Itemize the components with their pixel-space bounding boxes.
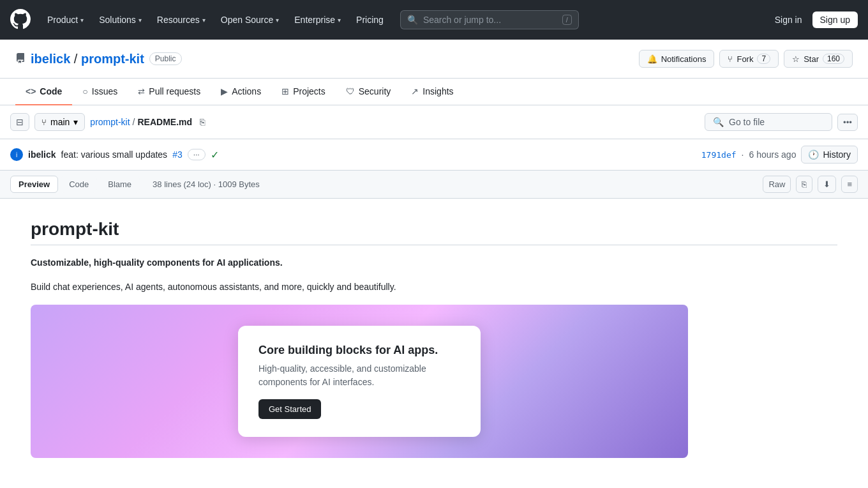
chevron-down-icon: ▾	[276, 17, 279, 24]
history-button[interactable]: 🕐 History	[801, 146, 858, 164]
chevron-down-icon: ▾	[138, 17, 142, 24]
file-view-tabs: Preview Code Blame	[10, 176, 140, 193]
ellipsis-icon: •••	[843, 118, 852, 127]
copy-icon: ⎘	[802, 179, 807, 189]
go-to-file-button[interactable]: 🔍 Go to file	[705, 113, 832, 131]
pr-link[interactable]: #3	[172, 149, 183, 160]
chevron-down-icon: ▾	[80, 17, 84, 24]
file-header-bar: ⊟ ⑂ main ▾ prompt-kit / README.md ⎘ 🔍 Go…	[0, 105, 868, 139]
avatar: i	[10, 148, 23, 161]
visibility-badge: Public	[149, 52, 182, 65]
readme-description-bold: Customizable, high-quality components fo…	[31, 255, 837, 270]
table-icon: ⊞	[281, 86, 289, 96]
branch-icon: ⑂	[41, 118, 47, 127]
chevron-down-icon: ▾	[73, 117, 78, 127]
star-button[interactable]: ☆ Star 160	[784, 50, 853, 68]
tab-code[interactable]: <> Code	[15, 79, 72, 105]
nav-resources[interactable]: Resources ▾	[151, 10, 212, 30]
nav-right: Sign in Sign up	[770, 11, 858, 28]
repo-path-link[interactable]: prompt-kit	[90, 117, 130, 127]
commit-time: ·	[742, 149, 744, 160]
nav-open-source[interactable]: Open Source ▾	[214, 10, 286, 30]
code-icon: <>	[26, 86, 36, 96]
nav-items: Product ▾ Solutions ▾ Resources ▾ Open S…	[41, 10, 390, 30]
sign-up-button[interactable]: Sign up	[812, 11, 858, 28]
github-logo[interactable]	[10, 9, 31, 31]
file-header-right: 🔍 Go to file •••	[705, 113, 858, 131]
notifications-button[interactable]: 🔔 Notifications	[639, 50, 715, 68]
nav-solutions[interactable]: Solutions ▾	[93, 10, 148, 30]
tab-actions[interactable]: ▶ Actions	[211, 79, 271, 105]
top-navigation: Product ▾ Solutions ▾ Resources ▾ Open S…	[0, 0, 868, 40]
fork-button[interactable]: ⑂ Fork 7	[719, 50, 779, 68]
get-started-button[interactable]: Get Started	[258, 399, 321, 419]
readme-hero-image: Core building blocks for AI apps. High-q…	[31, 305, 688, 458]
commit-author[interactable]: ibelick	[28, 149, 56, 160]
nav-product[interactable]: Product ▾	[41, 10, 90, 30]
commit-message: feat: various small updates	[61, 149, 168, 160]
tab-code-view[interactable]: Code	[61, 176, 97, 193]
fork-count: 7	[757, 54, 770, 64]
tab-blame[interactable]: Blame	[100, 176, 140, 193]
copy-icon: ⎘	[200, 117, 205, 127]
tab-preview[interactable]: Preview	[10, 176, 58, 193]
branch-selector[interactable]: ⑂ main ▾	[34, 113, 85, 131]
readme-content: prompt-kit Customizable, high-quality co…	[0, 199, 868, 478]
sign-in-link[interactable]: Sign in	[770, 11, 807, 28]
repo-header: ibelick / prompt-kit Public 🔔 Notificati…	[0, 40, 868, 79]
wrap-button[interactable]: ≡	[841, 176, 858, 193]
commit-time-ago: 6 hours ago	[749, 149, 796, 160]
repo-title: ibelick / prompt-kit Public	[15, 52, 182, 66]
sidebar-toggle-button[interactable]: ⊟	[10, 113, 29, 131]
wrap-icon: ≡	[847, 179, 852, 189]
chevron-down-icon: ▾	[202, 17, 206, 24]
raw-button[interactable]: Raw	[763, 176, 791, 193]
search-icon: 🔍	[407, 15, 418, 25]
tab-security[interactable]: 🛡 Security	[336, 79, 401, 105]
search-input[interactable]	[423, 15, 557, 25]
file-name: README.md	[137, 117, 192, 127]
download-button[interactable]: ⬇	[818, 176, 836, 193]
download-icon: ⬇	[823, 179, 830, 189]
play-icon: ▶	[221, 86, 228, 96]
file-actions: Raw ⎘ ⬇ ≡	[763, 176, 858, 193]
copy-file-button[interactable]: ⎘	[796, 176, 812, 193]
tab-projects[interactable]: ⊞ Projects	[271, 79, 336, 105]
bell-icon: 🔔	[647, 54, 657, 64]
card-title: Core building blocks for AI apps.	[258, 344, 460, 357]
repo-icon	[15, 53, 26, 65]
repo-tabs: <> Code ○ Issues ⇄ Pull requests ▶ Actio…	[0, 79, 868, 105]
fork-icon: ⑂	[728, 54, 733, 64]
readme-card: Core building blocks for AI apps. High-q…	[238, 326, 481, 437]
file-header-left: ⊟ ⑂ main ▾ prompt-kit / README.md ⎘	[10, 113, 207, 131]
graph-icon: ↗	[411, 86, 419, 96]
chevron-down-icon: ▾	[338, 17, 341, 24]
repo-actions: 🔔 Notifications ⑂ Fork 7 ☆ Star 160	[639, 50, 853, 68]
tab-pull-requests[interactable]: ⇄ Pull requests	[128, 79, 211, 105]
file-content-header: Preview Code Blame 38 lines (24 loc) · 1…	[0, 171, 868, 199]
commit-sha-link[interactable]: 1791def	[701, 150, 737, 160]
nav-enterprise[interactable]: Enterprise ▾	[288, 10, 347, 30]
commit-left: i ibelick feat: various small updates #3…	[10, 148, 219, 161]
issue-icon: ○	[82, 86, 87, 96]
sidebar-icon: ⊟	[16, 117, 24, 127]
star-count: 160	[823, 54, 844, 64]
commit-right: 1791def · 6 hours ago 🕐 History	[701, 146, 858, 164]
check-icon: ✓	[211, 149, 219, 161]
commit-bar: i ibelick feat: various small updates #3…	[0, 139, 868, 171]
breadcrumb: ibelick / prompt-kit	[31, 52, 144, 66]
search-bar[interactable]: 🔍 /	[400, 10, 579, 29]
file-tabs-left: Preview Code Blame 38 lines (24 loc) · 1…	[10, 176, 260, 193]
owner-link[interactable]: ibelick	[31, 52, 70, 66]
more-options-button[interactable]: •••	[837, 114, 858, 131]
nav-pricing[interactable]: Pricing	[350, 10, 390, 30]
tab-insights[interactable]: ↗ Insights	[401, 79, 463, 105]
readme-description: Build chat experiences, AI agents, auton…	[31, 280, 837, 294]
pr-icon: ⇄	[138, 87, 145, 96]
commit-badge[interactable]: ···	[188, 149, 206, 160]
tab-issues[interactable]: ○ Issues	[72, 79, 128, 105]
readme-title: prompt-kit	[31, 219, 837, 245]
copy-path-button[interactable]: ⎘	[197, 114, 207, 130]
file-meta: 38 lines (24 loc) · 1009 Bytes	[153, 179, 260, 189]
repo-name-link[interactable]: prompt-kit	[81, 52, 144, 66]
